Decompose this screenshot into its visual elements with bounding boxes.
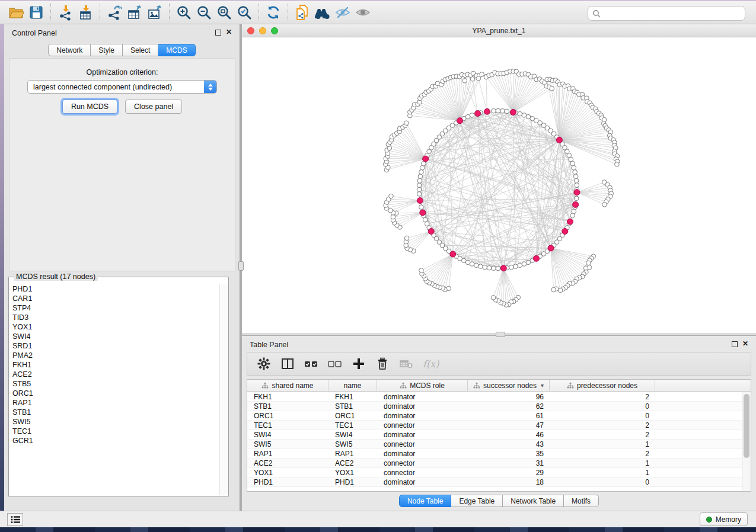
select-all-icon[interactable] xyxy=(304,357,318,371)
graph-hub-node[interactable] xyxy=(500,265,506,271)
graph-node[interactable] xyxy=(417,178,422,183)
graph-hub-node[interactable] xyxy=(574,190,580,196)
export-image-icon[interactable] xyxy=(145,3,165,22)
show-panels-list-button[interactable] xyxy=(7,513,23,526)
graph-hub-node[interactable] xyxy=(428,228,434,234)
result-list-item[interactable]: SWI5 xyxy=(9,417,219,427)
gear-icon[interactable] xyxy=(257,357,271,371)
graph-node[interactable] xyxy=(487,265,492,270)
table-scrollbar[interactable] xyxy=(742,392,751,491)
graph-node[interactable] xyxy=(465,114,470,119)
tab-motifs[interactable]: Motifs xyxy=(564,495,599,507)
show-all-eye-icon[interactable] xyxy=(353,3,373,22)
mcds-result-list[interactable]: PHD1CAR1STP4TID3YOX1SWI4SRD1PMA2FKH1ACE2… xyxy=(9,284,219,495)
graph-leaf-node[interactable] xyxy=(404,236,409,241)
result-list-item[interactable]: SRD1 xyxy=(9,341,219,351)
graph-node[interactable] xyxy=(496,266,500,271)
graph-leaf-node[interactable] xyxy=(550,86,554,91)
graph-hub-node[interactable] xyxy=(533,255,539,261)
graph-hub-node[interactable] xyxy=(423,156,429,162)
network-titlebar[interactable]: YPA_prune.txt_1 xyxy=(242,24,756,37)
close-window-icon[interactable]: ✕ xyxy=(226,28,232,36)
graph-leaf-node[interactable] xyxy=(491,296,496,300)
graph-hub-node[interactable] xyxy=(475,111,481,117)
graph-node[interactable] xyxy=(518,263,522,268)
graph-hub-node[interactable] xyxy=(548,245,554,251)
graph-node[interactable] xyxy=(526,260,531,265)
graph-leaf-node[interactable] xyxy=(462,78,467,83)
graph-node[interactable] xyxy=(423,217,428,222)
graph-node[interactable] xyxy=(522,262,527,267)
run-mcds-button[interactable]: Run MCDS xyxy=(62,100,117,114)
result-list-item[interactable]: SWI4 xyxy=(9,332,219,341)
open-file-icon[interactable] xyxy=(6,3,26,22)
result-list-item[interactable]: GCR1 xyxy=(9,436,219,446)
table-row[interactable]: YOX1YOX1connector291 xyxy=(247,468,742,477)
refresh-layout-icon[interactable] xyxy=(263,3,283,22)
graph-node[interactable] xyxy=(417,192,422,197)
graph-hub-node[interactable] xyxy=(573,201,579,207)
import-table-icon[interactable] xyxy=(75,3,95,22)
graph-node[interactable] xyxy=(479,264,483,269)
graph-leaf-node[interactable] xyxy=(615,162,620,167)
column-header-shared-name[interactable]: shared name xyxy=(247,380,328,391)
tab-style[interactable]: Style xyxy=(91,44,123,56)
graph-node[interactable] xyxy=(492,108,496,113)
graph-node[interactable] xyxy=(419,170,424,175)
graph-node[interactable] xyxy=(417,183,422,188)
table-row[interactable]: RAP1RAP1dominator352 xyxy=(247,449,742,459)
horizontal-splitter-handle[interactable] xyxy=(496,332,505,337)
column-header-successor-nodes[interactable]: successor nodes ▾ xyxy=(468,380,550,391)
table-row[interactable]: TEC1TEC1connector472 xyxy=(247,421,742,430)
result-list-item[interactable]: TID3 xyxy=(9,313,219,322)
graph-node[interactable] xyxy=(470,113,474,118)
result-list-item[interactable]: PMA2 xyxy=(9,351,219,360)
graph-node[interactable] xyxy=(518,111,522,116)
zoom-fit-icon[interactable] xyxy=(214,3,234,22)
graph-node[interactable] xyxy=(574,196,579,201)
network-graph[interactable] xyxy=(242,37,756,334)
import-network-icon[interactable] xyxy=(55,3,75,22)
graph-node[interactable] xyxy=(522,113,527,118)
graph-node[interactable] xyxy=(569,157,573,162)
table-row[interactable]: ORC1ORC1dominator610 xyxy=(247,411,742,421)
table-row[interactable]: PHD1PHD1dominator180 xyxy=(247,477,742,487)
graph-leaf-node[interactable] xyxy=(419,268,424,273)
graph-node[interactable] xyxy=(496,108,500,113)
tab-network[interactable]: Network xyxy=(48,44,91,56)
close-panel-button[interactable]: Close panel xyxy=(125,100,182,114)
graph-node[interactable] xyxy=(574,178,579,183)
graph-hub-node[interactable] xyxy=(567,219,573,225)
binoculars-icon[interactable] xyxy=(312,3,333,22)
result-list-scrollbar[interactable] xyxy=(219,284,228,495)
graph-hub-node[interactable] xyxy=(556,137,562,143)
column-header-predecessor-nodes[interactable]: predecessor nodes xyxy=(550,380,655,391)
column-header-name[interactable]: name xyxy=(328,380,377,391)
graph-node[interactable] xyxy=(500,108,505,113)
zoom-selected-icon[interactable] xyxy=(234,3,254,22)
graph-leaf-node[interactable] xyxy=(389,194,394,198)
graph-node[interactable] xyxy=(575,183,579,188)
delete-column-trash-icon[interactable] xyxy=(375,357,390,371)
float-window-icon[interactable] xyxy=(732,341,738,347)
result-list-item[interactable]: RAP1 xyxy=(9,398,219,408)
graph-node[interactable] xyxy=(509,265,513,270)
deselect-all-icon[interactable] xyxy=(328,357,342,371)
graph-hub-node[interactable] xyxy=(484,108,490,114)
table-row[interactable]: ACE2ACE2connector311 xyxy=(247,459,742,468)
result-list-item[interactable]: TEC1 xyxy=(9,427,219,436)
graph-hub-node[interactable] xyxy=(562,228,568,234)
result-list-item[interactable]: PHD1 xyxy=(9,284,219,294)
graph-leaf-node[interactable] xyxy=(480,72,484,77)
graph-node[interactable] xyxy=(570,161,575,166)
result-list-item[interactable]: FKH1 xyxy=(9,360,219,370)
column-header-mcds-role[interactable]: MCDS role xyxy=(377,380,468,391)
float-window-icon[interactable] xyxy=(215,30,221,36)
result-list-item[interactable]: YOX1 xyxy=(9,322,219,332)
tab-network-table[interactable]: Network Table xyxy=(503,495,564,507)
add-column-icon[interactable] xyxy=(352,357,366,371)
tab-mcds[interactable]: MCDS xyxy=(158,44,195,56)
graph-node[interactable] xyxy=(418,174,423,179)
graph-leaf-node[interactable] xyxy=(551,287,556,292)
search-field[interactable] xyxy=(588,6,745,21)
